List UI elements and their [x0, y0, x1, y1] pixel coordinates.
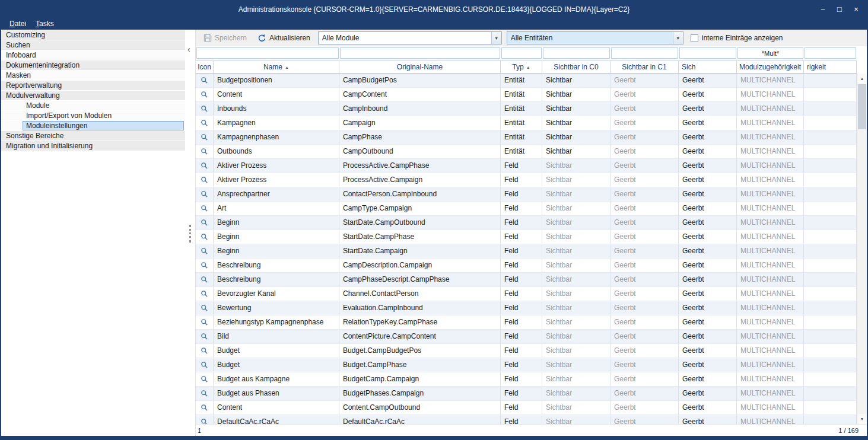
table-row[interactable]: BudgetpositionenCampBudgetPosEntitätSich…	[196, 74, 857, 88]
table-row[interactable]: Budget aus KampagneBudgetCamp.CampaignFe…	[196, 372, 857, 387]
row-search-icon[interactable]	[196, 358, 214, 372]
filter-input-original_name[interactable]	[340, 47, 500, 59]
table-row[interactable]: Beziehungstyp KampagnenphaseRelationType…	[196, 315, 857, 330]
table-row[interactable]: BeschreibungCampDescription.CampaignFeld…	[196, 259, 857, 273]
refresh-button[interactable]: Aktualisieren	[255, 33, 313, 44]
filter-input-name[interactable]	[196, 47, 339, 59]
column-header-c0[interactable]: Sichtbar in C0	[542, 61, 611, 73]
column-header-original_name[interactable]: Original-Name	[339, 61, 501, 73]
entity-select[interactable]: Alle Entitäten ▼	[507, 31, 683, 44]
row-search-icon[interactable]	[196, 415, 214, 424]
close-button[interactable]: ×	[848, 2, 864, 17]
column-header-extra[interactable]: rigkeit	[804, 61, 857, 73]
row-search-icon[interactable]	[196, 372, 214, 386]
row-search-icon[interactable]	[196, 74, 214, 87]
scrollbar-thumb[interactable]	[858, 84, 866, 129]
scroll-down-icon[interactable]: ▼	[857, 414, 867, 424]
sidebar-item-reportverwaltung[interactable]: Reportverwaltung	[1, 81, 185, 91]
table-row[interactable]: BeschreibungCampPhaseDescript.CampPhaseF…	[196, 273, 857, 287]
table-row[interactable]: InboundsCampInboundEntitätSichtbarGeerbt…	[196, 102, 857, 116]
table-row[interactable]: BeginnStartDate.CampaignFeldSichtbarGeer…	[196, 244, 857, 259]
maximize-button[interactable]: □	[831, 2, 848, 17]
row-search-icon[interactable]	[196, 159, 214, 173]
table-row[interactable]: Bevorzugter KanalChannel.ContactPersonFe…	[196, 287, 857, 301]
table-row[interactable]: ContentCampContentEntitätSichtbarGeerbtG…	[196, 88, 857, 102]
table-row[interactable]: ArtCampType.CampaignFeldSichtbarGeerbtGe…	[196, 202, 857, 216]
sidebar-item-sonstige-bereiche[interactable]: Sonstige Bereiche	[1, 131, 185, 141]
menu-tasks[interactable]: Tasks	[31, 18, 59, 30]
sidebar-item-masken[interactable]: Masken	[1, 71, 185, 81]
row-search-icon[interactable]	[196, 401, 214, 415]
column-header-c1[interactable]: Sichtbar in C1	[611, 61, 679, 73]
row-search-icon[interactable]	[196, 202, 214, 215]
table-row[interactable]: KampagnenphasenCampPhaseEntitätSichtbarG…	[196, 130, 857, 145]
table-row[interactable]: Aktiver ProzessProcessActive.CampaignFel…	[196, 173, 857, 187]
row-search-icon[interactable]	[196, 259, 214, 272]
table-row[interactable]: ContentContent.CampOutboundFeldSichtbarG…	[196, 401, 857, 415]
sidebar-item-suchen[interactable]: Suchen	[1, 40, 185, 50]
vertical-scrollbar[interactable]: ▲ ▼	[857, 74, 867, 424]
table-row[interactable]: BudgetBudget.CampBudgetPosFeldSichtbarGe…	[196, 344, 857, 358]
sidebar-item-customizing[interactable]: Customizing	[1, 30, 185, 40]
table-row[interactable]: BeginnStartDate.CampPhaseFeldSichtbarGee…	[196, 230, 857, 244]
table-row[interactable]: Budget aus PhasenBudgetPhases.CampaignFe…	[196, 387, 857, 401]
row-search-icon[interactable]	[196, 287, 214, 301]
column-header-name[interactable]: Name▲	[214, 61, 339, 73]
row-search-icon[interactable]	[196, 230, 214, 244]
row-search-icon[interactable]	[196, 216, 214, 229]
row-search-icon[interactable]	[196, 387, 214, 400]
row-search-icon[interactable]	[196, 273, 214, 286]
collapse-sidebar-icon[interactable]: ‹	[187, 45, 190, 53]
sidebar-item-module[interactable]: Module	[1, 101, 185, 111]
table-row[interactable]: Aktiver ProzessProcessActive.CampPhaseFe…	[196, 159, 857, 173]
save-button[interactable]: Speichern	[201, 33, 250, 43]
chevron-down-icon[interactable]: ▼	[673, 32, 683, 44]
filter-input-c2[interactable]	[679, 47, 736, 59]
row-search-icon[interactable]	[196, 173, 214, 187]
column-header-icon[interactable]: Icon	[196, 61, 214, 73]
filter-input-typ[interactable]	[501, 47, 542, 59]
filter-input-extra[interactable]	[805, 47, 856, 59]
table-row[interactable]: BudgetBudget.CampPhaseFeldSichtbarGeerbt…	[196, 358, 857, 372]
menu-datei[interactable]: Datei	[5, 18, 31, 30]
table-row[interactable]: OutboundsCampOutboundEntitätSichtbarGeer…	[196, 145, 857, 159]
sidebar-item-dokumentenintegration[interactable]: Dokumentenintegration	[1, 60, 185, 71]
filter-input-modul[interactable]	[737, 47, 803, 59]
column-header-modul[interactable]: Modulzugehörigkeit	[737, 61, 804, 73]
sidebar-item-moduleinstellungen[interactable]: Moduleinstellungen	[1, 121, 185, 131]
row-search-icon[interactable]	[196, 187, 214, 201]
table-row[interactable]: BeginnStartDate.CampOutboundFeldSichtbar…	[196, 216, 857, 230]
filter-input-c0[interactable]	[543, 47, 610, 59]
row-search-icon[interactable]	[196, 301, 214, 315]
splitter-grip-icon[interactable]	[189, 225, 191, 243]
table-row[interactable]: AnsprechpartnerContactPerson.CampInbound…	[196, 187, 857, 202]
sidebar-item-modulverwaltung[interactable]: Modulverwaltung	[1, 91, 185, 101]
table-row[interactable]: KampagnenCampaignEntitätSichtbarGeerbtGe…	[196, 116, 857, 130]
row-search-icon[interactable]	[196, 102, 214, 116]
table-row[interactable]: BewertungEvaluation.CampInboundFeldSicht…	[196, 301, 857, 315]
sidebar-item-import-export-von-modulen[interactable]: Import/Export von Modulen	[1, 111, 185, 121]
checkbox-box[interactable]	[691, 34, 698, 42]
row-search-icon[interactable]	[196, 130, 214, 144]
sidebar-item-infoboard[interactable]: Infoboard	[1, 50, 185, 60]
row-search-icon[interactable]	[196, 145, 214, 158]
table-row[interactable]: BildContentPicture.CampContentFeldSichtb…	[196, 330, 857, 344]
chevron-down-icon[interactable]: ▼	[491, 32, 501, 44]
sidebar-item-migration-und-initialisierung[interactable]: Migration und Initialisierung	[1, 141, 185, 151]
column-header-typ[interactable]: Typ▲	[501, 61, 542, 73]
table-row[interactable]: DefaultCaAc.rCaAcDefaultCaAc.rCaAcFeldSi…	[196, 415, 857, 424]
row-search-icon[interactable]	[196, 116, 214, 130]
row-search-icon[interactable]	[196, 315, 214, 329]
cell-name: Bild	[214, 330, 339, 343]
row-search-icon[interactable]	[196, 330, 214, 343]
column-header-c2[interactable]: Sich	[679, 61, 737, 73]
row-search-icon[interactable]	[196, 344, 214, 358]
scroll-up-icon[interactable]: ▲	[857, 74, 867, 84]
internal-entries-checkbox[interactable]: interne Einträge anzeigen	[691, 34, 783, 42]
sidebar-splitter[interactable]: ‹	[185, 30, 195, 436]
row-search-icon[interactable]	[196, 244, 214, 258]
row-search-icon[interactable]	[196, 88, 214, 101]
filter-input-c1[interactable]	[611, 47, 678, 59]
module-select[interactable]: Alle Module ▼	[318, 31, 502, 44]
minimize-button[interactable]: −	[815, 2, 831, 17]
